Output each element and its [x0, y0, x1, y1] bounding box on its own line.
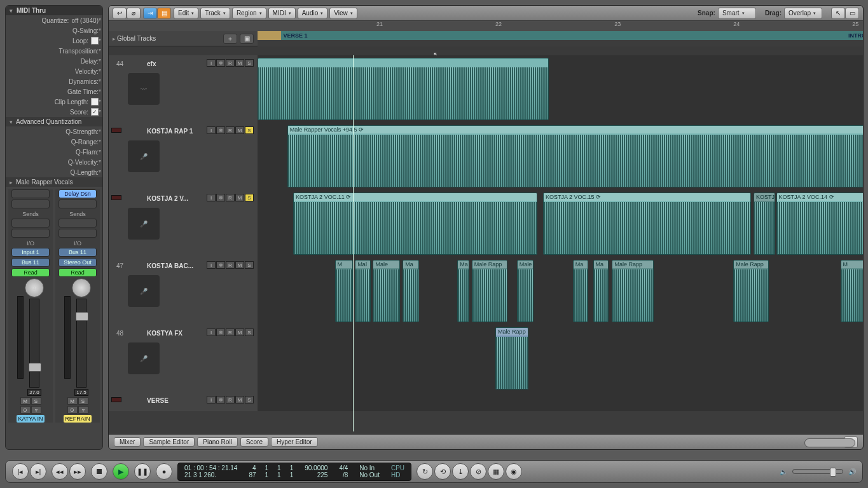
- audio-region[interactable]: Male Rapp: [495, 327, 528, 390]
- stop-button[interactable]: [91, 463, 107, 480]
- inspector-row[interactable]: Delay:▾: [6, 56, 102, 66]
- track-name[interactable]: KOSTJA RAP 1: [147, 128, 193, 135]
- strip-label[interactable]: KATYA IN: [17, 415, 44, 423]
- audio-region[interactable]: KOSTJA 2 VOC.15 ⟳: [543, 193, 751, 255]
- record-enable[interactable]: [111, 128, 121, 133]
- track-info-button[interactable]: I: [207, 329, 216, 336]
- inspector-row[interactable]: Gate Time:▾: [6, 86, 102, 97]
- insert-slot[interactable]: [59, 200, 97, 208]
- global-tracks-header[interactable]: Global Tracks ＋ ▣: [109, 31, 258, 46]
- track-freeze-button[interactable]: ❄: [216, 59, 225, 67]
- menu-midi[interactable]: MIDI▾: [268, 8, 296, 19]
- audio-region[interactable]: Male: [517, 260, 534, 322]
- audio-region[interactable]: Male Rapper Vocals +94.5 ⟳: [287, 125, 863, 187]
- track-solo-button[interactable]: S: [245, 329, 254, 336]
- track-lane[interactable]: [258, 55, 863, 123]
- track-header[interactable]: 44efx I ❄ R M S 〰: [109, 55, 258, 123]
- cycle-button[interactable]: ↻: [417, 463, 433, 480]
- track-header[interactable]: VERSE I ❄ R M S: [109, 392, 258, 411]
- forward-button[interactable]: ▸▸: [69, 463, 86, 480]
- marker-lane[interactable]: VERSE 1INTRO: [258, 31, 863, 40]
- audio-region[interactable]: Male Rapp: [612, 260, 653, 322]
- io-button[interactable]: ▿: [31, 406, 41, 414]
- automation-mode[interactable]: Read: [11, 268, 50, 277]
- inspector-row[interactable]: Transposition:▾: [6, 46, 102, 56]
- inspector-row[interactable]: Q-Flam:▾: [6, 147, 102, 157]
- go-to-start-button[interactable]: |◂: [12, 463, 29, 480]
- track-solo-button[interactable]: S: [245, 396, 254, 403]
- audio-region[interactable]: Mal: [355, 260, 370, 322]
- track-solo-button[interactable]: S: [245, 59, 254, 67]
- checkbox[interactable]: [91, 37, 99, 44]
- click-button[interactable]: ◉: [506, 463, 522, 480]
- record-enable[interactable]: [111, 195, 121, 200]
- sync-button[interactable]: ▦: [488, 463, 504, 480]
- menu-view[interactable]: View▾: [329, 8, 357, 19]
- catch-button[interactable]: ▣: [240, 34, 254, 44]
- track-solo-button[interactable]: S: [245, 126, 254, 134]
- go-to-end-button[interactable]: ▸|: [30, 463, 46, 480]
- audio-region[interactable]: Ma: [573, 260, 588, 322]
- track-lane[interactable]: Male Rapper Vocals +94.5 ⟳: [258, 123, 863, 190]
- pan-knob[interactable]: [72, 278, 91, 297]
- menu-edit[interactable]: Edit▾: [174, 8, 198, 19]
- solo-button[interactable]: S: [78, 397, 88, 405]
- advanced-quantization-header[interactable]: Advanced Quantization: [6, 117, 102, 126]
- lcd-display[interactable]: 01 : 00 : 54 : 21.14 21 3 1 260. 4871111…: [177, 463, 411, 481]
- audio-region[interactable]: KOSTJA 2 VOC.14 ⟳: [776, 193, 863, 255]
- record-button[interactable]: ●: [156, 463, 172, 480]
- mute-button[interactable]: M: [20, 397, 31, 405]
- inspector-header[interactable]: MIDI Thru: [6, 6, 102, 15]
- inspector-row[interactable]: Q-Length:▾: [6, 167, 102, 177]
- volume-fader[interactable]: [29, 299, 39, 388]
- audio-region[interactable]: Male: [373, 260, 400, 322]
- audio-region[interactable]: Ma: [593, 260, 609, 322]
- track-mute-button[interactable]: M: [235, 396, 244, 403]
- channel-strip-header[interactable]: Male Rapper Vocals: [6, 177, 102, 187]
- inspector-row[interactable]: Quantize:off (3840)▾: [6, 15, 102, 25]
- track-freeze-button[interactable]: ❄: [216, 194, 225, 201]
- track-mute-button[interactable]: M: [235, 194, 244, 201]
- inspector-row[interactable]: Q-Range:▾: [6, 137, 102, 147]
- track-info-button[interactable]: I: [207, 126, 216, 134]
- track-freeze-button[interactable]: ❄: [216, 396, 225, 403]
- io-button[interactable]: ⊙: [20, 406, 31, 414]
- horizontal-zoom-slider[interactable]: [804, 438, 855, 447]
- track-lane[interactable]: KOSTJA 2 VOC.11 ⟳KOSTJA 2 VOC.15 ⟳KOSTJK…: [258, 190, 863, 257]
- track-name[interactable]: efx: [147, 60, 156, 67]
- track-header[interactable]: 48KOSTYA FX I ❄ R M S 🎤: [109, 325, 258, 392]
- back-button[interactable]: ↩: [113, 8, 127, 19]
- link-button[interactable]: ⌀: [127, 8, 141, 19]
- inspector-row[interactable]: Score:▾: [6, 107, 102, 117]
- audio-region[interactable]: Ma: [403, 260, 419, 322]
- audio-region[interactable]: M: [335, 260, 353, 322]
- rewind-button[interactable]: ◂◂: [52, 463, 68, 480]
- track-name[interactable]: KOSTYA FX: [147, 330, 183, 337]
- menu-audio[interactable]: Audio▾: [298, 8, 328, 19]
- track-record-button[interactable]: R: [226, 329, 235, 336]
- menu-region[interactable]: Region▾: [232, 8, 266, 19]
- audio-region[interactable]: Male Rapp: [472, 260, 507, 322]
- auto-zoom-button[interactable]: ▤: [157, 8, 171, 19]
- add-track-button[interactable]: ＋: [223, 34, 237, 44]
- send-slot[interactable]: [11, 219, 50, 227]
- audio-region[interactable]: Ma: [457, 260, 469, 322]
- pause-button[interactable]: ❚❚: [134, 463, 151, 480]
- audio-region[interactable]: [258, 58, 549, 120]
- volume-fader[interactable]: [76, 299, 86, 388]
- audio-region[interactable]: KOSTJ: [754, 193, 775, 255]
- track-record-button[interactable]: R: [226, 261, 235, 269]
- inspector-row[interactable]: Q-Velocity:▾: [6, 157, 102, 167]
- track-record-button[interactable]: R: [226, 126, 235, 134]
- track-lane[interactable]: Male Rapp: [258, 325, 863, 392]
- track-info-button[interactable]: I: [207, 261, 216, 269]
- send-slot[interactable]: [11, 229, 50, 238]
- track-lane[interactable]: MMalMaleMaMaMale RappMaleMaMaMale RappMa…: [258, 257, 863, 325]
- disclosure-icon[interactable]: [10, 179, 14, 186]
- insert-slot[interactable]: Delay Dsn: [59, 189, 97, 198]
- io-button[interactable]: ⊙: [67, 406, 78, 414]
- editor-tab[interactable]: Piano Roll: [197, 437, 238, 447]
- automation-mode[interactable]: Read: [59, 268, 97, 277]
- track-name[interactable]: VERSE: [147, 397, 169, 404]
- playhead[interactable]: [353, 55, 354, 431]
